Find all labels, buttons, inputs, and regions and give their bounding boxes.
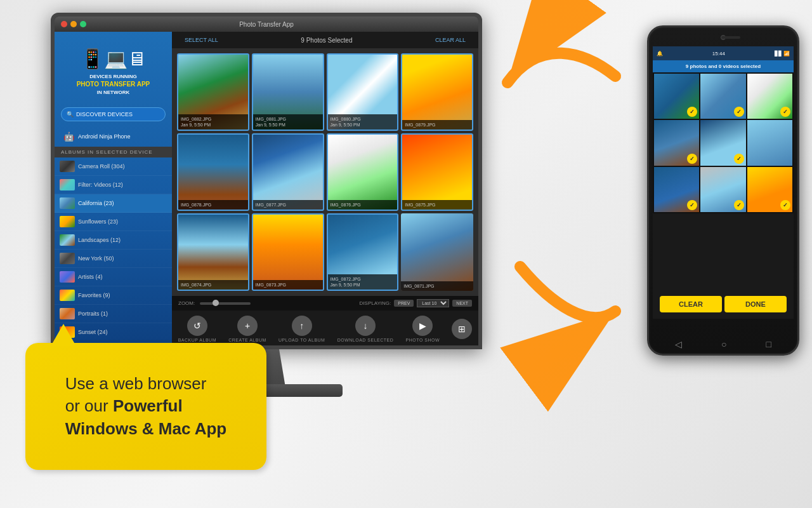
phone-photo-grid: ✓ ✓ ✓ ✓ ✓ ✓ ✓ bbox=[653, 72, 794, 213]
album-item[interactable]: Artists (4) bbox=[55, 268, 172, 286]
minimize-button[interactable] bbox=[70, 21, 77, 27]
selection-check: ✓ bbox=[734, 200, 744, 210]
selection-check: ✓ bbox=[687, 200, 697, 210]
album-thumbnail bbox=[60, 161, 75, 172]
album-thumbnail bbox=[60, 271, 75, 283]
photo-cell[interactable]: IMG_0882.JPG Jan 9, 5:50 PM bbox=[177, 53, 249, 131]
photo-info: IMG_0880.JPG Jan 9, 5:50 PM bbox=[328, 114, 398, 130]
clear-all-button[interactable]: CLEAR ALL bbox=[432, 36, 469, 44]
phone-photo-cell[interactable]: ✓ bbox=[700, 120, 745, 165]
photo-cell[interactable]: IMG_0878.JPG bbox=[177, 133, 249, 211]
album-item[interactable]: New York (50) bbox=[55, 250, 172, 268]
selection-check: ✓ bbox=[780, 200, 790, 210]
sidebar-header: 📱💻🖥 DEVICES RUNNING PHOTO TRANSFER APP I… bbox=[55, 38, 172, 102]
more-button[interactable]: ⊞ bbox=[452, 319, 472, 339]
maximize-button[interactable] bbox=[80, 21, 86, 27]
app-content: 📱💻🖥 DEVICES RUNNING PHOTO TRANSFER APP I… bbox=[55, 32, 478, 345]
photo-cell[interactable]: IMG_0876.JPG bbox=[327, 133, 399, 211]
home-nav-button[interactable]: ○ bbox=[721, 339, 726, 349]
photo-info: IMG_0877.JPG bbox=[253, 200, 323, 210]
photo-info: IMG_0876.JPG bbox=[328, 200, 398, 210]
toolbar: ↺ BACKUP ALBUM + CREATE ALBUM ↑ UPLOAD T… bbox=[172, 311, 478, 345]
album-item[interactable]: Portraits (1) bbox=[55, 305, 172, 323]
upload-icon: ↑ bbox=[292, 316, 312, 336]
photo-cell[interactable]: IMG_0871.JPG bbox=[401, 213, 473, 291]
phone-status-bar: 🔔 15:44 ▊▊ 📶 bbox=[653, 46, 794, 60]
backup-album-button[interactable]: ↺ BACKUP ALBUM bbox=[178, 316, 216, 342]
phone-screen: 🔔 15:44 ▊▊ 📶 9 photos and 0 videos selec… bbox=[653, 46, 794, 319]
album-thumbnail bbox=[60, 197, 75, 209]
traffic-lights bbox=[61, 21, 86, 27]
backup-icon: ↺ bbox=[187, 316, 207, 336]
phone-photo-cell[interactable] bbox=[747, 120, 792, 165]
phone-speaker bbox=[721, 36, 740, 39]
download-selected-button[interactable]: ↓ DOWNLOAD SELECTED bbox=[337, 316, 394, 342]
album-item[interactable]: Filter: Videos (12) bbox=[55, 176, 172, 194]
album-item-selected[interactable]: California (23) bbox=[55, 194, 172, 213]
phone-photo-cell[interactable]: ✓ bbox=[747, 74, 792, 119]
selection-check: ✓ bbox=[780, 107, 790, 117]
done-button[interactable]: DONE bbox=[724, 296, 787, 312]
photo-info: IMG_0881.JPG Jan 9, 5:50 PM bbox=[253, 114, 323, 130]
selection-check: ✓ bbox=[734, 154, 744, 164]
zoom-thumb[interactable] bbox=[213, 300, 219, 306]
grid-icon: ⊞ bbox=[452, 319, 472, 339]
phone-photo-cell[interactable]: ✓ bbox=[654, 74, 699, 119]
upload-album-button[interactable]: ↑ UPLOAD TO ALBUM bbox=[278, 316, 325, 342]
window-title: Photo Transfer App bbox=[239, 21, 294, 28]
photo-cell[interactable]: IMG_0880.JPG Jan 9, 5:50 PM bbox=[327, 53, 399, 131]
phone-header: 9 photos and 0 videos selected bbox=[653, 60, 794, 72]
main-area: SELECT ALL 9 Photos Selected CLEAR ALL I… bbox=[172, 32, 478, 345]
album-item[interactable]: Favorites (9) bbox=[55, 286, 172, 305]
device-item[interactable]: 🤖 Android Ninja Phone bbox=[61, 129, 166, 144]
select-all-button[interactable]: SELECT ALL bbox=[181, 36, 221, 44]
photo-cell[interactable]: IMG_0879.JPG bbox=[401, 53, 473, 131]
create-album-button[interactable]: + CREATE ALBUM bbox=[228, 316, 266, 342]
close-button[interactable] bbox=[61, 21, 67, 27]
photo-grid: IMG_0882.JPG Jan 9, 5:50 PM IMG_0881.JPG… bbox=[172, 48, 478, 296]
selection-check: ✓ bbox=[734, 107, 744, 117]
phone-photo-cell[interactable]: ✓ bbox=[700, 167, 745, 212]
play-icon: ▶ bbox=[412, 316, 433, 336]
next-button[interactable]: NEXT bbox=[452, 300, 472, 307]
photo-info: IMG_0878.JPG bbox=[178, 200, 248, 210]
speech-bubble: Use a web browser or our Powerful Window… bbox=[25, 343, 266, 470]
grid-header: SELECT ALL 9 Photos Selected CLEAR ALL bbox=[172, 32, 478, 48]
photo-info: IMG_0875.JPG bbox=[402, 200, 472, 210]
phone-photo-cell[interactable]: ✓ bbox=[654, 167, 699, 212]
photo-cell[interactable]: IMG_0873.JPG bbox=[252, 213, 324, 291]
album-item[interactable]: Landscapes (12) bbox=[55, 231, 172, 250]
search-icon: 🔍 bbox=[67, 111, 74, 117]
phone-photo-cell[interactable]: ✓ bbox=[654, 120, 699, 165]
create-icon: + bbox=[237, 316, 258, 336]
phone: 🔔 15:44 ▊▊ 📶 9 photos and 0 videos selec… bbox=[647, 25, 799, 356]
album-thumbnail bbox=[60, 253, 75, 264]
prev-button[interactable]: PREV bbox=[394, 300, 414, 307]
discover-devices-button[interactable]: 🔍 DISCOVER DEVICES bbox=[61, 107, 166, 121]
album-thumbnail bbox=[60, 234, 75, 246]
recents-nav-button[interactable]: □ bbox=[766, 339, 771, 349]
photo-cell[interactable]: IMG_0881.JPG Jan 9, 5:50 PM bbox=[252, 53, 324, 131]
phone-photo-cell[interactable]: ✓ bbox=[700, 74, 745, 119]
photo-show-button[interactable]: ▶ PHOTO SHOW bbox=[406, 316, 440, 342]
album-item[interactable]: Sunflowers (23) bbox=[55, 213, 172, 231]
photo-cell[interactable]: IMG_0875.JPG bbox=[401, 133, 473, 211]
zoom-label: ZOOM: bbox=[178, 300, 195, 306]
photo-cell[interactable]: IMG_0877.JPG bbox=[252, 133, 324, 211]
album-thumbnail bbox=[60, 308, 75, 319]
album-item[interactable]: Camera Roll (304) bbox=[55, 157, 172, 176]
albums-header: ALBUMS IN SELECTED DEVICE bbox=[55, 147, 172, 157]
photo-cell[interactable]: IMG_0872.JPG Jan 9, 5:50 PM bbox=[327, 213, 399, 291]
displaying-section: DISPLAYING: PREV Last 10 Last 25 All NEX… bbox=[360, 299, 472, 307]
album-thumbnail bbox=[60, 290, 75, 301]
clear-button[interactable]: CLEAR bbox=[660, 296, 722, 312]
photo-cell[interactable]: IMG_0874.JPG bbox=[177, 213, 249, 291]
zoom-slider[interactable] bbox=[200, 302, 251, 305]
phone-photo-cell[interactable]: ✓ bbox=[747, 167, 792, 212]
devices-icon: 📱💻🖥 bbox=[61, 48, 166, 70]
download-icon: ↓ bbox=[355, 316, 376, 336]
photo-info: IMG_0874.JPG bbox=[178, 280, 248, 290]
display-select[interactable]: Last 10 Last 25 All bbox=[417, 299, 449, 307]
back-nav-button[interactable]: ◁ bbox=[675, 339, 682, 349]
album-thumbnail bbox=[60, 179, 75, 190]
